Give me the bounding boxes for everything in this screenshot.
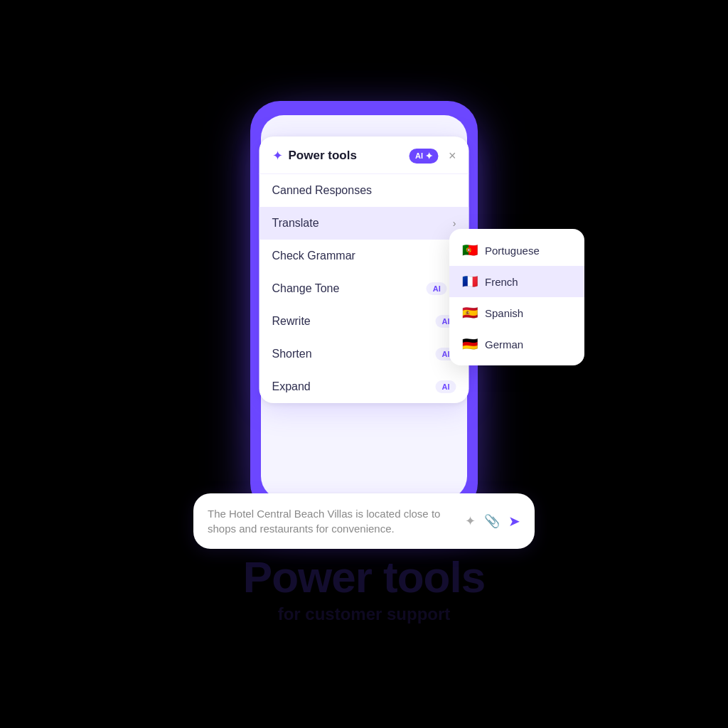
wand-icon: ✦ xyxy=(272,148,283,164)
chat-icons: ✦ 📎 ➤ xyxy=(465,513,520,530)
menu-item-label-shorten: Shorten xyxy=(272,348,430,360)
chat-message-text: The Hotel Central Beach Villas is locate… xyxy=(208,506,455,536)
chat-input-bar: The Hotel Central Beach Villas is locate… xyxy=(193,493,535,549)
flag-icon-french: 🇫🇷 xyxy=(462,274,478,289)
bg-text: Power tools for customer support xyxy=(243,553,485,627)
menu-item-canned[interactable]: Canned Responses xyxy=(259,174,469,207)
ai-pill-tone: AI xyxy=(427,282,447,295)
lang-item-portuguese[interactable]: 🇵🇹Portuguese xyxy=(449,235,584,266)
panel-header: ✦ Power tools AI ✦ × xyxy=(259,136,469,174)
menu-item-label-rewrite: Rewrite xyxy=(272,315,430,328)
ai-pill-expand: AI xyxy=(436,380,456,393)
menu-item-translate[interactable]: Translate› xyxy=(259,207,469,240)
attach-icon[interactable]: 📎 xyxy=(484,513,500,529)
sparkle-icon[interactable]: ✦ xyxy=(465,513,476,529)
lang-label-spanish: Spanish xyxy=(485,307,523,319)
ai-badge-label: AI xyxy=(415,151,423,160)
flag-icon-german: 🇩🇪 xyxy=(462,336,478,352)
power-tools-panel: ✦ Power tools AI ✦ × Canned ResponsesTra… xyxy=(259,136,469,403)
ai-badge-star: ✦ xyxy=(425,151,433,161)
flag-icon-portuguese: 🇵🇹 xyxy=(462,242,478,258)
language-dropdown: 🇵🇹Portuguese🇫🇷French🇪🇸Spanish🇩🇪German xyxy=(449,229,584,365)
language-list: 🇵🇹Portuguese🇫🇷French🇪🇸Spanish🇩🇪German xyxy=(449,235,584,360)
scene: Power tools for customer support ✦ Power… xyxy=(151,80,577,648)
flag-icon-spanish: 🇪🇸 xyxy=(462,305,478,321)
send-icon[interactable]: ➤ xyxy=(508,513,520,530)
menu-item-grammar[interactable]: Check Grammar xyxy=(259,240,469,272)
menu-item-expand[interactable]: ExpandAI xyxy=(259,370,469,403)
menu-item-label-canned: Canned Responses xyxy=(272,184,456,197)
menu-item-rewrite[interactable]: RewriteAI xyxy=(259,305,469,338)
lang-item-french[interactable]: 🇫🇷French xyxy=(449,266,584,297)
menu-items-list: Canned ResponsesTranslate›Check GrammarC… xyxy=(259,174,469,403)
lang-item-spanish[interactable]: 🇪🇸Spanish xyxy=(449,297,584,328)
menu-item-label-expand: Expand xyxy=(272,380,430,393)
lang-label-german: German xyxy=(485,338,523,350)
ai-badge: AI ✦ xyxy=(410,149,439,164)
menu-item-label-grammar: Check Grammar xyxy=(272,250,456,262)
lang-label-portuguese: Portuguese xyxy=(485,245,540,257)
menu-item-shorten[interactable]: ShortenAI xyxy=(259,338,469,370)
arrow-icon-translate: › xyxy=(453,218,456,229)
close-button[interactable]: × xyxy=(449,149,456,164)
lang-label-french: French xyxy=(485,276,518,288)
panel-title: Power tools xyxy=(289,149,404,163)
bg-text-line2: for customer support xyxy=(243,601,485,627)
menu-item-tone[interactable]: Change ToneAI› xyxy=(259,272,469,305)
menu-item-label-translate: Translate xyxy=(272,217,447,230)
bg-text-line1: Power tools xyxy=(243,553,485,601)
menu-item-label-tone: Change Tone xyxy=(272,282,421,295)
lang-item-german[interactable]: 🇩🇪German xyxy=(449,328,584,360)
